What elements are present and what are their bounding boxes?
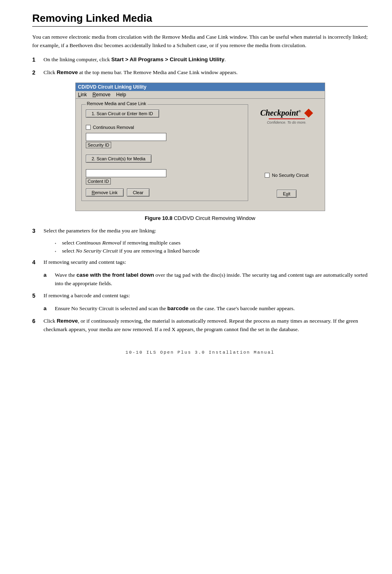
bullet-text-1: select Continuous Removal if removing mu… — [62, 240, 180, 246]
group-box-title: Remove Media and Case Link — [86, 101, 147, 106]
figure-caption-text: CD/DVD Circuit Removing Window — [174, 215, 255, 221]
checkpoint-icon — [304, 109, 313, 118]
step-3: 3 Select the parameters for the media yo… — [32, 227, 368, 236]
no-security-circuit-row: No Security Circuit — [265, 173, 309, 178]
step-6-content: Click Remove, or if continuously removin… — [44, 317, 368, 334]
checkpoint-tagline: Confidence. To do more. — [267, 120, 306, 124]
checkpoint-logo-row: Checkpoint® — [260, 108, 313, 118]
step-4a-letter: a — [44, 271, 55, 288]
step-2-content: Click Remove at the top menu bar. The Re… — [44, 68, 368, 77]
continuous-removal-checkbox[interactable] — [86, 125, 91, 130]
clear-button[interactable]: Clear — [127, 189, 149, 197]
bullet-item-1: • select Continuous Removal if removing … — [55, 240, 368, 246]
step-3-content: Select the parameters for the media you … — [44, 227, 368, 236]
remove-link-button[interactable]: Remove Link — [86, 189, 124, 197]
step-6-number: 6 — [32, 317, 44, 334]
app-body: Remove Media and Case Link 1. Scan Circu… — [76, 99, 325, 211]
check-text: Check — [260, 108, 281, 117]
step-5: 5 If removing a barcode and content tags… — [32, 292, 368, 300]
step-4-number: 4 — [32, 258, 44, 267]
step-5a-letter: a — [44, 305, 55, 313]
right-panel: Checkpoint® Confidence. To do more. No S… — [255, 104, 319, 205]
step-5-content: If removing a barcode and content tags: — [44, 292, 368, 300]
action-buttons: Remove Link Clear — [86, 189, 244, 197]
bullet-dot-1: • — [55, 241, 62, 246]
step-2: 2 Click Remove at the top menu bar. The … — [32, 68, 368, 77]
continuous-removal-label: Continuous Removal — [93, 125, 134, 130]
page-title: Removing Linked Media — [32, 12, 368, 27]
step-4a-content: Wave the case with the front label down … — [55, 271, 368, 288]
step-4-content: If removing security and content tags: — [44, 258, 368, 267]
app-menubar: Link Remove Help — [76, 91, 325, 99]
step-5-number: 5 — [32, 292, 44, 300]
left-panel: Remove Media and Case Link 1. Scan Circu… — [81, 104, 248, 205]
step-1-content: On the linking computer, click Start > A… — [44, 56, 368, 64]
no-security-circuit-checkbox[interactable] — [265, 173, 270, 178]
bullet-item-2: • select No Security Circuit if you are … — [55, 248, 368, 254]
content-id-label: Content ID — [86, 178, 111, 184]
app-titlebar: CD/DVD Circuit Linking Utility — [76, 83, 325, 91]
step-5a: a Ensure No Security Circuit is selected… — [32, 305, 368, 313]
step-3-number: 3 — [32, 227, 44, 236]
step-2-number: 2 — [32, 68, 44, 77]
page-footer: 10-10 ILS Open Plus 3.0 Installation Man… — [32, 350, 368, 355]
remove-media-group: Remove Media and Case Link 1. Scan Circu… — [81, 104, 248, 201]
checkpoint-logo: Checkpoint® — [260, 108, 301, 118]
app-window: CD/DVD Circuit Linking Utility Link Remo… — [75, 83, 325, 211]
exit-button-container: Exit — [255, 190, 319, 198]
content-id-input[interactable] — [86, 169, 166, 177]
menu-link[interactable]: Link — [78, 92, 87, 97]
step-6: 6 Click Remove, or if continuously remov… — [32, 317, 368, 334]
intro-paragraph: You can remove electronic media from cir… — [32, 33, 368, 50]
security-id-input[interactable] — [86, 133, 166, 141]
security-id-label: Security ID — [86, 142, 112, 148]
step-5a-content: Ensure No Security Circuit is selected a… — [55, 305, 368, 313]
content-id-group: Content ID — [86, 169, 244, 184]
no-security-circuit-label: No Security Circuit — [272, 173, 309, 178]
bullet-text-2: select No Security Circuit if you are re… — [62, 248, 199, 254]
step-3-bullets: • select Continuous Removal if removing … — [55, 240, 368, 254]
scan-circuit-button[interactable]: 1. Scan Circuit or Enter Item ID — [86, 110, 159, 118]
bullet-dot-2: • — [55, 249, 62, 254]
exit-button[interactable]: Exit — [277, 190, 296, 198]
step-1: 1 On the linking computer, click Start >… — [32, 56, 368, 64]
continuous-removal-row: Continuous Removal — [86, 125, 244, 130]
step-4: 4 If removing security and content tags: — [32, 258, 368, 267]
figure-caption: Figure 10.8 CD/DVD Circuit Removing Wind… — [32, 215, 368, 221]
step-1-number: 1 — [32, 56, 44, 64]
point-text: point — [281, 108, 298, 117]
step-4a: a Wave the case with the front label dow… — [32, 271, 368, 288]
scan-circuits-media-button[interactable]: 2. Scan Circuit(s) for Media — [86, 155, 151, 163]
menu-remove[interactable]: Remove — [93, 92, 111, 97]
screenshot-wrapper: CD/DVD Circuit Linking Utility Link Remo… — [32, 83, 368, 211]
menu-help[interactable]: Help — [116, 92, 126, 97]
security-id-group: Security ID — [86, 133, 244, 148]
logo-red-line — [269, 118, 305, 119]
figure-caption-bold: Figure 10.8 — [145, 215, 172, 221]
